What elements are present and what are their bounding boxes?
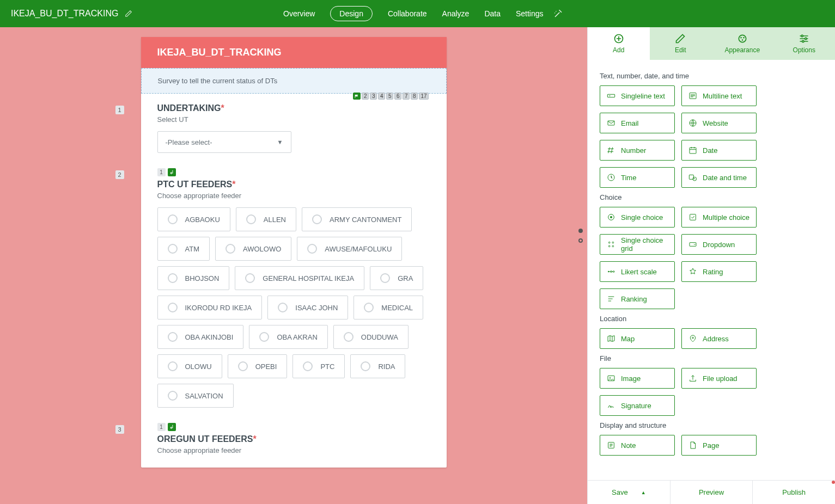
radio-option[interactable]: ATM <box>157 237 210 261</box>
signature-icon <box>607 401 615 410</box>
svg-rect-18 <box>690 214 696 220</box>
radio-option[interactable]: OBA AKRAN <box>249 325 327 349</box>
tool-number[interactable]: Number <box>600 140 675 161</box>
question-subtitle: Select UT <box>157 115 430 124</box>
radio-option[interactable]: MEDICAL <box>353 296 423 319</box>
radio-option[interactable]: PTC <box>292 354 345 378</box>
radio-option[interactable]: ODUDUWA <box>333 325 409 349</box>
ranking-icon <box>607 294 615 303</box>
radio-option[interactable]: GENERAL HOSPITAL IKEJA <box>235 266 364 290</box>
preview-button[interactable]: Preview <box>670 481 753 504</box>
radio-option[interactable]: SALVATION <box>157 384 234 408</box>
options-grid: AGBAOKUALLENARMY CANTONMENTATMAWOLOWOAWU… <box>157 207 430 408</box>
section-label: Choice <box>600 193 823 201</box>
question-3[interactable]: 3 1 ↲ OREGUN UT FEEDERS* Choose appropri… <box>141 413 447 468</box>
single-choice-icon <box>607 213 615 222</box>
radio-option[interactable]: RIDA <box>350 354 405 378</box>
radio-option[interactable]: OPEBI <box>228 354 288 378</box>
tool-signature[interactable]: Signature <box>600 395 675 416</box>
save-button[interactable]: Save▲ <box>588 481 670 504</box>
tool-multiple-choice[interactable]: Multiple choice <box>681 207 757 228</box>
tool-note[interactable]: Note <box>600 435 675 456</box>
svg-point-22 <box>612 245 614 247</box>
rating-icon <box>688 267 697 276</box>
radio-option[interactable]: ISAAC JOHN <box>267 296 348 319</box>
tool-image[interactable]: Image <box>600 368 675 389</box>
tool-date[interactable]: Date <box>681 140 757 161</box>
tool-single-choice-grid[interactable]: Single choice grid <box>600 234 675 255</box>
nav-design[interactable]: Design <box>330 6 373 21</box>
nav-collaborate[interactable]: Collaborate <box>388 9 427 18</box>
chevron-up-icon[interactable]: ▲ <box>641 490 646 495</box>
radio-icon <box>168 214 178 224</box>
svg-point-24 <box>608 271 610 273</box>
required-asterisk: * <box>221 103 224 113</box>
form-description[interactable]: Survey to tell the current status of DTs… <box>141 68 447 94</box>
number-icon <box>607 146 615 155</box>
radio-icon <box>168 361 178 371</box>
svg-point-29 <box>610 377 611 378</box>
tool-rating[interactable]: Rating <box>681 261 757 282</box>
tool-email[interactable]: Email <box>600 113 675 133</box>
tool-singleline-text[interactable]: Singleline text <box>600 85 675 106</box>
radio-option[interactable]: IKORODU RD IKEJA <box>157 296 263 319</box>
radio-option[interactable]: AGBAOKU <box>157 207 230 231</box>
dropdown-icon <box>688 240 697 249</box>
edit-title-icon[interactable] <box>125 10 132 17</box>
tool-multiline-text[interactable]: Multiline text <box>681 85 757 106</box>
logic-branch-icon[interactable]: ↲ <box>168 168 176 176</box>
radio-option[interactable]: AWUSE/MAFOLUKU <box>297 237 402 261</box>
question-number: 2 <box>115 170 124 179</box>
section-label: Text, number, date, and time <box>600 72 823 80</box>
sidebar-tab-options[interactable]: Options <box>773 27 836 60</box>
required-asterisk: * <box>232 180 235 189</box>
radio-option[interactable]: OBA AKINJOBI <box>157 325 244 349</box>
tool-website[interactable]: Website <box>681 113 757 133</box>
question-title: PTC UT FEEDERS <box>157 180 233 189</box>
tool-single-choice[interactable]: Single choice <box>600 207 675 228</box>
tool-address[interactable]: Address <box>681 328 757 349</box>
radio-option[interactable]: ARMY CANTONMENT <box>302 207 412 231</box>
logic-ref[interactable]: 1 <box>157 423 166 431</box>
singleline-text-icon <box>607 91 615 100</box>
svg-point-1 <box>739 35 746 42</box>
sidebar-tab-edit[interactable]: Edit <box>650 27 712 60</box>
nav-settings[interactable]: Settings <box>516 9 544 18</box>
logic-ref[interactable]: 1 <box>157 168 166 176</box>
tool-ranking[interactable]: Ranking <box>600 288 675 309</box>
appearance-icon <box>737 33 748 44</box>
radio-option[interactable]: AWOLOWO <box>215 237 291 261</box>
tool-likert-scale[interactable]: Likert scale <box>600 261 675 282</box>
design-canvas: IKEJA_BU_DT_TRACKING Survey to tell the … <box>0 27 587 504</box>
radio-option[interactable]: ALLEN <box>236 207 296 231</box>
svg-point-19 <box>608 242 610 243</box>
nav-data[interactable]: Data <box>484 9 501 18</box>
radio-icon <box>168 332 178 342</box>
logic-branch-icon[interactable]: ↲ <box>168 423 176 431</box>
undertaking-select[interactable]: -Please select- ▼ <box>157 131 291 153</box>
radio-option[interactable]: BHOJSON <box>157 266 230 290</box>
svg-point-7 <box>802 40 804 42</box>
svg-rect-10 <box>608 121 614 125</box>
tool-dropdown[interactable]: Dropdown <box>681 234 757 255</box>
nav-analyze[interactable]: Analyze <box>442 9 470 18</box>
chevron-down-icon: ▼ <box>277 139 283 145</box>
question-2[interactable]: 2 1 ↲ PTC UT FEEDERS* Choose appropriate… <box>141 158 447 413</box>
tool-time[interactable]: Time <box>600 167 675 188</box>
tool-file-upload[interactable]: File upload <box>681 368 757 389</box>
question-1[interactable]: 1 UNDERTAKING* Select UT -Please select-… <box>141 94 447 158</box>
question-subtitle: Choose appropriate feeder <box>157 192 430 200</box>
publish-button[interactable]: Publish <box>752 481 835 504</box>
nav-overview[interactable]: Overview <box>283 9 315 18</box>
section-label: Display and structure <box>600 421 823 429</box>
tool-date-and-time[interactable]: Date and time <box>681 167 757 188</box>
form-title[interactable]: IKEJA_BU_DT_TRACKING <box>141 37 447 68</box>
sidebar-tab-add[interactable]: Add <box>588 27 650 60</box>
sidebar-tab-appearance[interactable]: Appearance <box>711 27 773 60</box>
tool-page[interactable]: Page <box>681 435 757 456</box>
svg-point-26 <box>613 271 614 273</box>
tools-icon[interactable] <box>553 9 563 19</box>
radio-option[interactable]: OLOWU <box>157 354 222 378</box>
radio-option[interactable]: GRA <box>370 266 423 290</box>
tool-map[interactable]: Map <box>600 328 675 349</box>
